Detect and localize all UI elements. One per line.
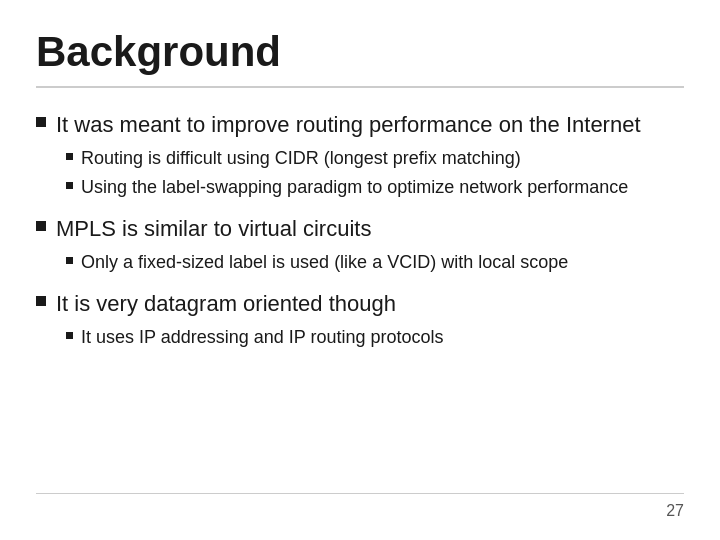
sub-bullet-marker-2a [66,257,73,264]
sub-bullet-item-1a: Routing is difficult using CIDR (longest… [56,146,641,171]
sub-bullet-text-1b: Using the label-swapping paradigm to opt… [81,175,628,200]
sub-bullet-marker-3a [66,332,73,339]
sub-bullet-text-3a: It uses IP addressing and IP routing pro… [81,325,444,350]
sub-bullets-1: Routing is difficult using CIDR (longest… [56,146,641,200]
bullet-marker-3 [36,296,46,306]
bullet-text-2: MPLS is similar to virtual circuits [56,214,568,244]
sub-bullets-3: It uses IP addressing and IP routing pro… [56,325,444,350]
bullet-item-3: It is very datagram oriented though It u… [36,289,684,350]
sub-bullet-marker-1a [66,153,73,160]
sub-bullet-text-1a: Routing is difficult using CIDR (longest… [81,146,521,171]
bullet-marker-1 [36,117,46,127]
bullet-marker-2 [36,221,46,231]
bullet-item-2: MPLS is similar to virtual circuits Only… [36,214,684,275]
sub-bullets-2: Only a fixed-sized label is used (like a… [56,250,568,275]
sub-bullet-item-1b: Using the label-swapping paradigm to opt… [56,175,641,200]
slide-footer: 27 [36,493,684,520]
page-number: 27 [666,502,684,520]
slide-content: It was meant to improve routing performa… [36,110,684,493]
bullet-item-1: It was meant to improve routing performa… [36,110,684,200]
sub-bullet-item-3a: It uses IP addressing and IP routing pro… [56,325,444,350]
sub-bullet-text-2a: Only a fixed-sized label is used (like a… [81,250,568,275]
sub-bullet-marker-1b [66,182,73,189]
slide: Background It was meant to improve routi… [0,0,720,540]
slide-title: Background [36,28,684,88]
sub-bullet-item-2a: Only a fixed-sized label is used (like a… [56,250,568,275]
bullet-text-3: It is very datagram oriented though [56,289,444,319]
bullet-text-1: It was meant to improve routing performa… [56,110,641,140]
